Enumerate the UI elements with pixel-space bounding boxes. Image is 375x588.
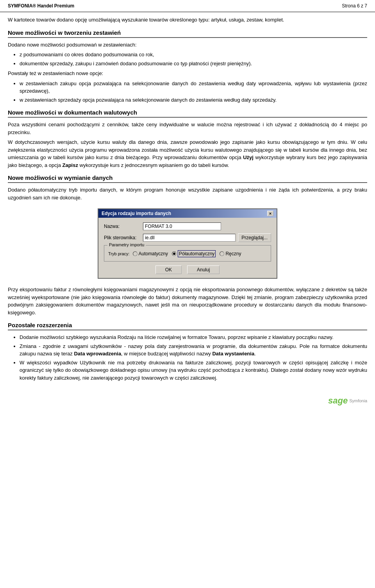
- nazwa-row: Nazwa:: [104, 222, 271, 230]
- sage-logo-text: sage: [328, 396, 348, 406]
- pozostale-bullets: Dodanie możliwości szybkiego wyszukania …: [20, 333, 367, 382]
- walutowych-para1: Poza wszystkimi cenami pochodzącymi z ce…: [8, 121, 367, 136]
- dialog-box: Edycja rodzaju importu danych × Nazwa: P…: [98, 208, 277, 279]
- list-item: w zestawieniach sprzedaży opcja pozwalaj…: [20, 96, 367, 104]
- browse-button[interactable]: Przeglądaj...: [238, 233, 271, 242]
- section-heading-walutowych: Nowe możliwości w dokumentach walutowych: [8, 109, 367, 118]
- dialog-close-button[interactable]: ×: [267, 211, 273, 216]
- list-item: w zestawieniach zakupu opcja pozwalająca…: [20, 80, 367, 95]
- radio-label-reczny: Ręczny: [225, 251, 241, 256]
- radio-reczny[interactable]: Ręczny: [220, 251, 241, 256]
- bold-uzuj: Użyj: [243, 154, 254, 160]
- nazwa-input[interactable]: [143, 222, 221, 230]
- bold-data-wprowadzenia: Data wprowadzenia: [74, 351, 121, 357]
- parametry-groupbox: Parametry importu Tryb pracy: Automatycz…: [104, 245, 271, 262]
- dialog-body: Nazwa: Plik sterownika: Przeglądaj... Pa…: [98, 218, 277, 278]
- wymianie-para1: Dodano półautomatyczny tryb importu dany…: [8, 186, 367, 201]
- tryb-radio-row: Tryb pracy: Automatyczny Półautomatyczny…: [108, 250, 267, 257]
- dialog-title: Edycja rodzaju importu danych: [102, 211, 171, 216]
- zestawien-bullets-1: z podsumowaniami co okres dodano podsumo…: [20, 51, 367, 67]
- plik-row: Plik sterownika: Przeglądaj...: [104, 233, 271, 242]
- section-heading-pozostale: Pozostałe rozszerzenia: [8, 322, 367, 330]
- zestawien-para2: Powstały też w zestawieniach nowe opcje:: [8, 70, 367, 77]
- dialog-titlebar: Edycja rodzaju importu danych ×: [98, 209, 277, 218]
- eksport-para1: Przy eksportowaniu faktur z równoległymi…: [8, 286, 367, 316]
- list-item: W większości wypadków Użytkownik nie ma …: [20, 359, 367, 382]
- radio-polautomatyczny[interactable]: Półautomatyczny: [172, 250, 216, 257]
- page-content: W kartotece towarów dodano opcję umożliw…: [0, 12, 375, 388]
- section-heading-zestawien: Nowe możliwości w tworzeniu zestawień: [8, 29, 367, 38]
- radio-dot-reczny: [220, 251, 224, 256]
- radio-dot-automatyczny: [133, 251, 138, 256]
- intro-para: W kartotece towarów dodano opcję umożliw…: [8, 16, 367, 24]
- cancel-button[interactable]: Anuluj: [187, 265, 220, 274]
- app-title: SYMFONIA® Handel Premium: [8, 3, 74, 9]
- dialog-buttons: OK Anuluj: [104, 265, 271, 274]
- tryb-label: Tryb pracy:: [108, 251, 130, 256]
- radio-label-polautomatyczny: Półautomatyczny: [178, 250, 216, 257]
- list-item: z podsumowaniami co okres dodano podsumo…: [20, 51, 367, 59]
- bold-zapisz: Zapisz: [62, 162, 78, 168]
- sage-logo: sage Symfonia: [328, 396, 367, 406]
- zestawien-bullets-2: w zestawieniach zakupu opcja pozwalająca…: [20, 80, 367, 104]
- list-item: Zmiana - zgodnie z uwagami użytkowników …: [20, 342, 367, 358]
- page-header: SYMFONIA® Handel Premium Strona 6 z 7: [0, 0, 375, 12]
- radio-automatyczny[interactable]: Automatyczny: [133, 251, 168, 256]
- radio-label-automatyczny: Automatyczny: [139, 251, 168, 256]
- walutowych-para2: W dotychczasowych wersjach, użycie kursu…: [8, 138, 367, 169]
- plik-label: Plik sterownika:: [104, 235, 143, 240]
- sage-logo-sub: Symfonia: [349, 398, 367, 403]
- nazwa-label: Nazwa:: [104, 224, 143, 229]
- dialog-wrapper: Edycja rodzaju importu danych × Nazwa: P…: [8, 208, 367, 279]
- ok-button[interactable]: OK: [155, 265, 182, 274]
- bold-data-wystawienia: Data wystawienia: [212, 351, 254, 357]
- list-item: dokumentów sprzedaży, zakupu i zamówień …: [20, 60, 367, 68]
- list-item: Dodanie możliwości szybkiego wyszukania …: [20, 333, 367, 341]
- plik-input[interactable]: [143, 234, 236, 242]
- page-footer: sage Symfonia: [0, 392, 375, 410]
- radio-dot-polautomatyczny: [172, 251, 177, 256]
- groupbox-legend: Parametry importu: [107, 242, 146, 247]
- section-heading-wymianie: Nowe możliwości w wymianie danych: [8, 174, 367, 183]
- zestawien-intro: Dodano nowe możliwości podsumowań w zest…: [8, 41, 367, 49]
- page-number: Strona 6 z 7: [342, 3, 367, 9]
